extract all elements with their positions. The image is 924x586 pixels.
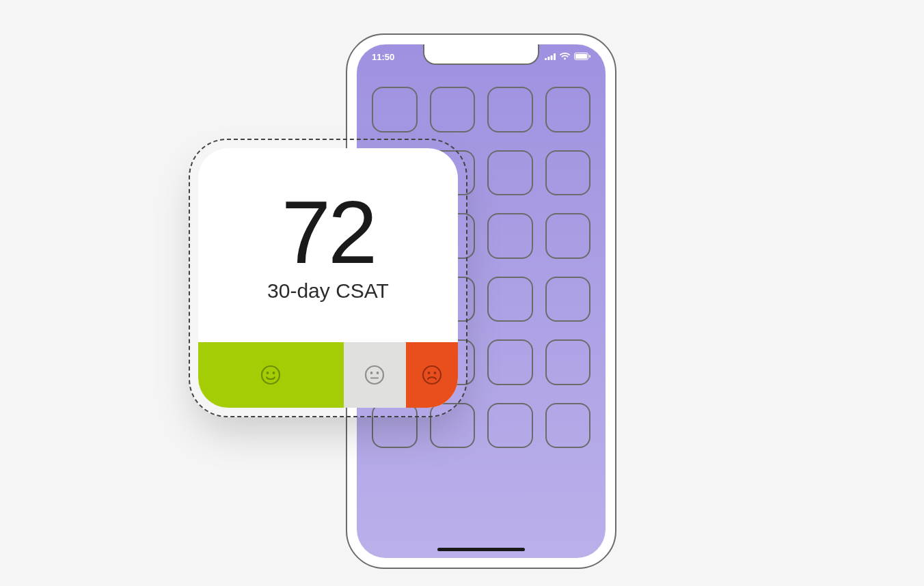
app-icon-placeholder[interactable] <box>545 87 591 132</box>
svg-rect-3 <box>554 53 556 60</box>
svg-rect-2 <box>551 55 553 60</box>
svg-point-12 <box>370 372 373 374</box>
svg-point-10 <box>273 372 275 374</box>
segment-positive <box>198 342 344 408</box>
svg-point-16 <box>428 372 431 374</box>
status-indicators <box>545 52 590 62</box>
app-icon-placeholder[interactable] <box>487 403 533 449</box>
battery-icon <box>574 52 590 62</box>
meh-icon <box>364 364 385 386</box>
wifi-icon <box>560 52 570 62</box>
svg-point-9 <box>267 372 269 374</box>
signal-icon <box>545 52 556 62</box>
svg-rect-6 <box>575 54 587 59</box>
svg-rect-0 <box>545 58 547 60</box>
app-icon-placeholder[interactable] <box>487 277 533 322</box>
svg-rect-1 <box>547 57 549 60</box>
app-icon-placeholder[interactable] <box>487 339 533 385</box>
phone-notch <box>423 44 539 65</box>
csat-score: 72 <box>282 188 375 277</box>
home-indicator <box>437 548 525 551</box>
csat-breakdown-bar <box>198 342 458 408</box>
app-icon-placeholder[interactable] <box>430 87 476 132</box>
svg-point-8 <box>262 366 280 384</box>
app-icon-placeholder[interactable] <box>545 277 591 322</box>
svg-point-4 <box>564 57 566 59</box>
app-icon-placeholder[interactable] <box>545 213 591 259</box>
app-icon-placeholder[interactable] <box>545 403 591 449</box>
frown-icon <box>421 364 443 386</box>
app-icon-placeholder[interactable] <box>545 150 591 196</box>
svg-rect-7 <box>589 55 590 57</box>
svg-point-17 <box>434 372 437 374</box>
csat-label: 30-day CSAT <box>267 279 389 303</box>
segment-neutral <box>344 342 406 408</box>
svg-point-11 <box>366 366 383 384</box>
app-icon-placeholder[interactable] <box>487 87 533 132</box>
app-icon-placeholder[interactable] <box>545 339 591 385</box>
smile-icon <box>260 364 282 386</box>
app-icon-placeholder[interactable] <box>487 150 533 196</box>
svg-point-15 <box>423 366 441 384</box>
widget-body: 72 30-day CSAT <box>198 148 458 342</box>
app-icon-placeholder[interactable] <box>487 213 533 259</box>
status-time: 11:50 <box>372 52 394 62</box>
csat-widget[interactable]: 72 30-day CSAT <box>189 139 467 417</box>
app-icon-placeholder[interactable] <box>372 87 418 132</box>
svg-point-13 <box>377 372 379 374</box>
